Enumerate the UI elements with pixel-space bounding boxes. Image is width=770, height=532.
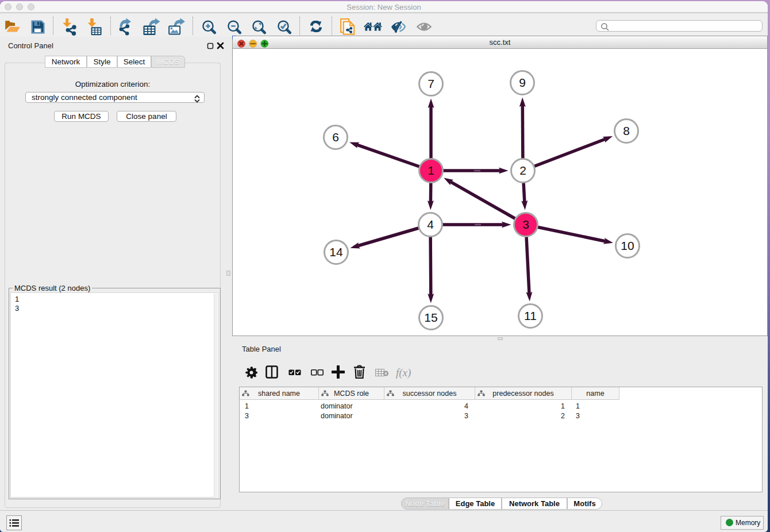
- svg-text:15: 15: [424, 311, 437, 324]
- svg-text:6: 6: [332, 130, 339, 144]
- svg-text:4: 4: [427, 218, 434, 231]
- svg-text:10: 10: [621, 239, 634, 252]
- svg-text:7: 7: [428, 77, 434, 90]
- svg-text:2: 2: [519, 164, 526, 177]
- svg-text:11: 11: [524, 309, 537, 322]
- svg-text:3: 3: [522, 218, 529, 231]
- svg-text:14: 14: [329, 245, 343, 259]
- svg-text:8: 8: [623, 124, 630, 137]
- svg-text:1: 1: [428, 164, 434, 177]
- svg-text:9: 9: [519, 76, 526, 89]
